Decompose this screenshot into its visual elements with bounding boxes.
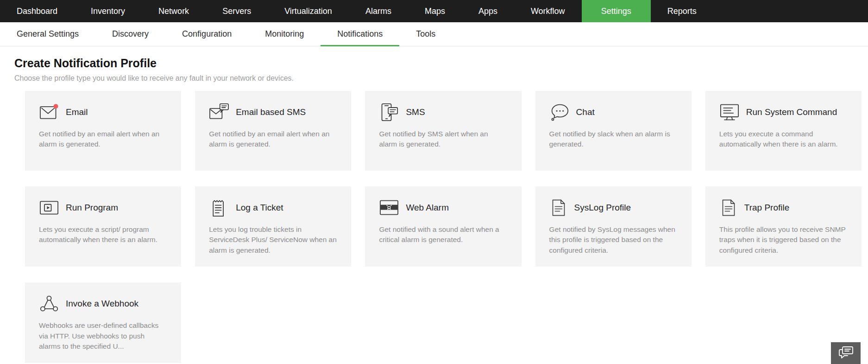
card-description: Webhooks are user-defined callbacks via … — [39, 320, 167, 351]
card-description: This profile allows you to receive SNMP … — [719, 224, 848, 255]
topnav-item-dashboard[interactable]: Dashboard — [0, 0, 74, 22]
card-invoke-a-webhook[interactable]: Invoke a Webhook Webhooks are user-defin… — [25, 282, 181, 363]
card-trap-profile[interactable]: Trap Profile This profile allows you to … — [705, 186, 862, 267]
card-title: Web Alarm — [406, 203, 449, 213]
card-description: Lets you execute a command automatically… — [719, 129, 848, 150]
syslog-profile-icon — [549, 198, 568, 217]
card-title: Log a Ticket — [236, 203, 283, 213]
topnav-item-servers[interactable]: Servers — [206, 0, 268, 22]
card-description: Get notified by an email alert when an a… — [209, 129, 337, 150]
card-web-alarm[interactable]: Web Alarm Get notified with a sound aler… — [365, 186, 521, 267]
settings-tab-bar: General Settings Discovery Configuration… — [0, 22, 868, 46]
trap-profile-icon — [719, 198, 738, 217]
topnav-item-reports[interactable]: Reports — [651, 0, 713, 22]
topnav-item-network[interactable]: Network — [142, 0, 206, 22]
page-header: Create Notification Profile Choose the p… — [0, 46, 868, 83]
card-description: Lets you execute a script/ program autom… — [39, 224, 167, 245]
tab-notifications[interactable]: Notifications — [321, 22, 399, 46]
card-description: Get notified by slack when an alarm is g… — [549, 129, 678, 150]
card-head: Chat — [549, 103, 678, 121]
card-head: Invoke a Webhook — [39, 294, 167, 313]
card-run-system-command[interactable]: Run System Command Lets you execute a co… — [705, 91, 862, 171]
card-syslog-profile[interactable]: SysLog Profile Get notified by SysLog me… — [535, 186, 692, 267]
webhook-icon — [39, 294, 59, 313]
card-title: Email — [66, 107, 88, 117]
card-email-based-sms[interactable]: Email based SMS Get notified by an email… — [195, 91, 351, 171]
email-icon — [39, 103, 59, 121]
card-sms[interactable]: SMS Get notified by SMS alert when an al… — [365, 91, 521, 171]
notification-profile-grid: Email Get notified by an email alert whe… — [25, 91, 862, 363]
run-program-icon — [39, 198, 59, 217]
card-head: Log a Ticket — [209, 198, 337, 217]
card-head: SysLog Profile — [549, 198, 678, 217]
card-email[interactable]: Email Get notified by an email alert whe… — [25, 91, 181, 171]
card-title: SysLog Profile — [574, 203, 631, 213]
card-head: Web Alarm — [379, 198, 507, 217]
log-ticket-icon — [209, 198, 229, 217]
run-system-command-icon — [719, 103, 740, 121]
chat-icon — [549, 103, 570, 121]
card-title: Chat — [576, 107, 595, 117]
card-head: SMS — [379, 103, 507, 121]
top-navigation: Dashboard Inventory Network Servers Virt… — [0, 0, 868, 22]
card-run-program[interactable]: Run Program Lets you execute a script/ p… — [25, 186, 181, 267]
tab-general-settings[interactable]: General Settings — [0, 22, 95, 46]
topnav-item-inventory[interactable]: Inventory — [74, 0, 142, 22]
card-title: Email based SMS — [236, 107, 306, 117]
card-title: Run System Command — [746, 107, 837, 117]
card-log-a-ticket[interactable]: Log a Ticket Lets you log trouble ticket… — [195, 186, 351, 267]
card-head: Email — [39, 103, 167, 121]
tab-tools[interactable]: Tools — [399, 22, 452, 46]
topnav-item-settings[interactable]: Settings — [582, 0, 651, 22]
card-description: Get notified with a sound alert when a c… — [379, 224, 507, 245]
tab-monitoring[interactable]: Monitoring — [248, 22, 321, 46]
card-head: Trap Profile — [719, 198, 848, 217]
card-chat[interactable]: Chat Get notified by slack when an alarm… — [535, 91, 692, 171]
topnav-item-virtualization[interactable]: Virtualization — [268, 0, 349, 22]
topnav-item-maps[interactable]: Maps — [408, 0, 462, 22]
tab-configuration[interactable]: Configuration — [165, 22, 248, 46]
card-title: Trap Profile — [744, 203, 790, 213]
card-description: Lets you log trouble tickets in ServiceD… — [209, 224, 337, 255]
card-description: Get notified by SMS alert when an alarm … — [379, 129, 507, 150]
card-title: SMS — [406, 107, 425, 117]
web-alarm-icon — [379, 198, 399, 217]
chat-feedback-icon — [837, 345, 854, 361]
sms-icon — [379, 103, 399, 121]
card-description: Get notified by an email alert when an a… — [39, 129, 167, 150]
page-title: Create Notification Profile — [14, 57, 868, 70]
card-title: Invoke a Webhook — [66, 299, 138, 309]
topnav-item-apps[interactable]: Apps — [462, 0, 514, 22]
card-head: Run System Command — [719, 103, 848, 121]
feedback-button[interactable] — [831, 342, 861, 364]
tab-discovery[interactable]: Discovery — [95, 22, 165, 46]
card-title: Run Program — [66, 203, 118, 213]
card-description: Get notified by SysLog messages when thi… — [549, 224, 678, 255]
card-head: Email based SMS — [209, 103, 337, 121]
card-head: Run Program — [39, 198, 167, 217]
topnav-item-workflow[interactable]: Workflow — [514, 0, 582, 22]
topnav-item-alarms[interactable]: Alarms — [349, 0, 408, 22]
email-sms-icon — [209, 103, 229, 121]
page-subtitle: Choose the profile type you would like t… — [14, 74, 868, 83]
